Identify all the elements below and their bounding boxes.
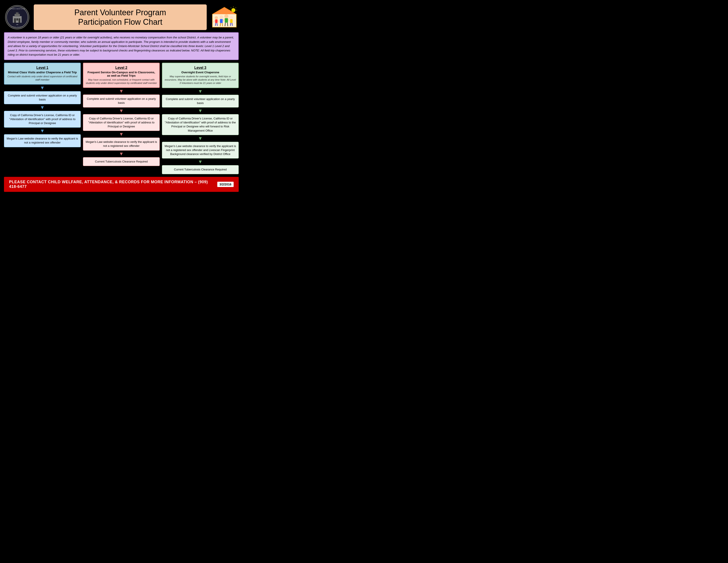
svg-rect-27 bbox=[225, 18, 228, 23]
level1-title: Level 1 bbox=[7, 66, 78, 70]
arrow-1a: ▼ bbox=[40, 85, 45, 90]
svg-rect-7 bbox=[19, 18, 20, 21]
svg-line-24 bbox=[220, 23, 221, 26]
level2-step4: Current Tuberculosis Clearance Required bbox=[83, 157, 160, 166]
svg-text:SCHOOL DISTRICT: SCHOOL DISTRICT bbox=[11, 26, 23, 27]
columns-container: Level 1 Minimal Class Visits and/or Chap… bbox=[4, 63, 239, 174]
level3-step2: Copy of California Driver's License, Cal… bbox=[162, 114, 239, 135]
level1-step3: Megan's Law website clearance to verify … bbox=[4, 134, 81, 147]
level3-column: Level 3 Overnight Event Chaperone May su… bbox=[162, 63, 239, 174]
svg-rect-4 bbox=[16, 12, 19, 14]
svg-rect-21 bbox=[220, 19, 223, 23]
svg-point-14 bbox=[215, 16, 218, 19]
page: ONTARIO-MONTCLAIR 1884 SCHOOL DISTRICT bbox=[2, 2, 240, 194]
level3-desc: May supervise students for overnight eve… bbox=[165, 75, 236, 85]
level2-step2: Copy of California Driver's License, Cal… bbox=[83, 114, 160, 131]
kids-illustration-svg bbox=[211, 6, 238, 28]
level3-title: Level 3 bbox=[165, 66, 236, 70]
level2-step3: Megan's Law website clearance to verify … bbox=[83, 137, 160, 150]
svg-point-38 bbox=[231, 8, 235, 12]
arrow-3b: ▼ bbox=[198, 108, 203, 113]
svg-line-30 bbox=[225, 23, 225, 26]
level3-header: Level 3 Overnight Event Chaperone May su… bbox=[162, 63, 239, 88]
svg-line-40 bbox=[236, 8, 236, 8]
level2-header: Level 2 Frequent Service On-Campus and I… bbox=[83, 63, 160, 88]
level1-step2: Copy of California Driver's License, Cal… bbox=[4, 111, 81, 128]
arrow-2d: ▼ bbox=[119, 151, 124, 156]
arrow-3d: ▼ bbox=[198, 159, 203, 164]
description-box: A volunteer is a person 18 years or olde… bbox=[4, 32, 239, 60]
arrow-2a: ▼ bbox=[119, 89, 124, 94]
svg-line-19 bbox=[217, 23, 217, 26]
level2-title: Level 2 bbox=[86, 66, 157, 70]
header: ONTARIO-MONTCLAIR 1884 SCHOOL DISTRICT bbox=[4, 4, 239, 30]
svg-text:1884: 1884 bbox=[16, 24, 19, 25]
svg-rect-8 bbox=[14, 21, 16, 23]
arrow-1b: ▼ bbox=[40, 105, 45, 110]
svg-point-32 bbox=[230, 16, 233, 19]
footer-date: 3/2/2016 bbox=[217, 182, 234, 187]
svg-line-37 bbox=[232, 23, 233, 26]
level1-desc: Contact with students only under direct … bbox=[7, 75, 78, 82]
level2-subtitle: Frequent Service On-Campus and In Classr… bbox=[86, 71, 157, 77]
svg-line-36 bbox=[230, 23, 231, 26]
level2-column: Level 2 Frequent Service On-Campus and I… bbox=[83, 63, 160, 174]
level3-step3: Megan's Law website clearance to verify … bbox=[162, 142, 239, 159]
arrow-3c: ▼ bbox=[198, 136, 203, 141]
svg-rect-5 bbox=[14, 18, 16, 21]
svg-point-20 bbox=[220, 15, 223, 19]
description-text: A volunteer is a person 18 years or olde… bbox=[8, 36, 234, 56]
level2-step1: Complete and submit volunteer applicatio… bbox=[83, 94, 160, 107]
school-logo: ONTARIO-MONTCLAIR 1884 SCHOOL DISTRICT bbox=[5, 5, 29, 29]
level1-column: Level 1 Minimal Class Visits and/or Chap… bbox=[4, 63, 81, 174]
svg-rect-15 bbox=[215, 19, 218, 23]
title-line1: Parent Volunteer Program bbox=[74, 8, 166, 17]
level3-step1: Complete and submit volunteer applicatio… bbox=[162, 95, 239, 107]
svg-rect-6 bbox=[16, 18, 18, 21]
level1-subtitle: Minimal Class Visits and/or Chaperone a … bbox=[7, 71, 78, 74]
level1-header: Level 1 Minimal Class Visits and/or Chap… bbox=[4, 63, 81, 85]
footer-contact-text: PLEASE CONTACT CHILD WELFARE, ATTENDANCE… bbox=[9, 180, 217, 189]
level3-subtitle: Overnight Event Chaperone bbox=[165, 71, 236, 74]
svg-point-26 bbox=[224, 14, 228, 18]
svg-line-42 bbox=[231, 8, 231, 8]
footer: PLEASE CONTACT CHILD WELFARE, ATTENDANCE… bbox=[4, 177, 239, 192]
svg-rect-9 bbox=[19, 21, 20, 23]
svg-line-31 bbox=[227, 23, 228, 26]
logo-right bbox=[210, 5, 239, 29]
svg-line-18 bbox=[215, 23, 216, 26]
level1-step1: Complete and submit volunteer applicatio… bbox=[4, 91, 81, 104]
svg-rect-33 bbox=[230, 19, 233, 23]
main-title: Parent Volunteer Program Participation F… bbox=[38, 8, 202, 27]
svg-text:ONTARIO-MONTCLAIR: ONTARIO-MONTCLAIR bbox=[9, 8, 25, 9]
logo-left: ONTARIO-MONTCLAIR 1884 SCHOOL DISTRICT bbox=[4, 4, 30, 30]
arrow-1c: ▼ bbox=[40, 128, 45, 133]
svg-line-25 bbox=[222, 23, 223, 26]
level2-desc: May have occasional, non-scheduled, or f… bbox=[86, 78, 157, 85]
arrow-2c: ▼ bbox=[119, 132, 124, 137]
title-box: Parent Volunteer Program Participation F… bbox=[34, 4, 207, 30]
level3-step4: Current Tuberculosis Clearance Required bbox=[162, 165, 239, 174]
arrow-2b: ▼ bbox=[119, 108, 124, 113]
arrow-3a: ▼ bbox=[198, 89, 203, 94]
school-logo-svg: ONTARIO-MONTCLAIR 1884 SCHOOL DISTRICT bbox=[6, 6, 28, 28]
title-line2: Participation Flow Chart bbox=[78, 17, 162, 26]
